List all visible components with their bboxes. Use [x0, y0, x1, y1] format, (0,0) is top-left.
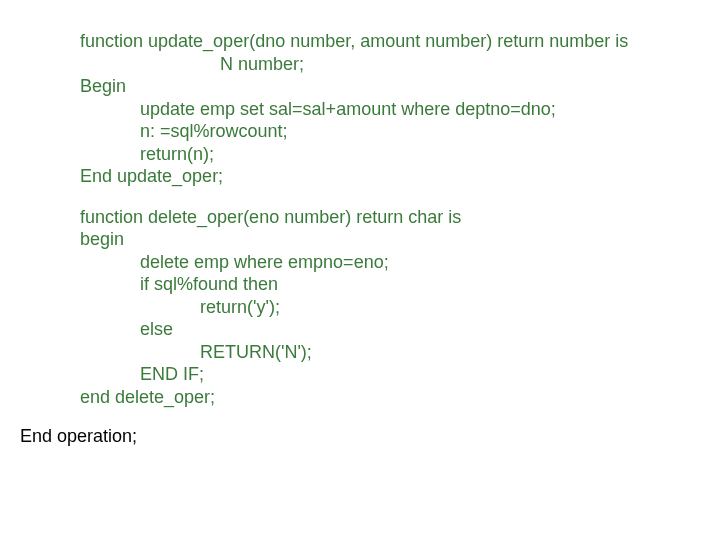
delete-oper-function: function delete_oper(eno number) return …: [80, 206, 700, 409]
code-line: N number;: [80, 53, 700, 76]
code-line: End update_oper;: [80, 165, 700, 188]
code-line: Begin: [80, 75, 700, 98]
code-line: return('y');: [80, 296, 700, 319]
code-line: END IF;: [80, 363, 700, 386]
code-line: return(n);: [80, 143, 700, 166]
package-end: End operation;: [20, 426, 700, 447]
update-oper-function: function update_oper(dno number, amount …: [80, 30, 700, 188]
code-line: else: [80, 318, 700, 341]
code-line: RETURN('N');: [80, 341, 700, 364]
code-line: delete emp where empno=eno;: [80, 251, 700, 274]
code-line: begin: [80, 228, 700, 251]
code-slide: function update_oper(dno number, amount …: [0, 0, 720, 467]
code-line: End operation;: [20, 426, 700, 447]
code-line: function delete_oper(eno number) return …: [80, 206, 700, 229]
code-line: end delete_oper;: [80, 386, 700, 409]
code-line: if sql%found then: [80, 273, 700, 296]
code-line: n: =sql%rowcount;: [80, 120, 700, 143]
code-line: function update_oper(dno number, amount …: [80, 30, 700, 53]
code-line: update emp set sal=sal+amount where dept…: [80, 98, 700, 121]
